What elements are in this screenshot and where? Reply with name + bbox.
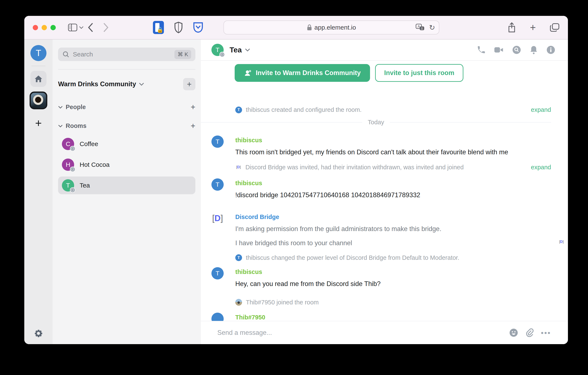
- add-room-plus-button[interactable]: +: [191, 121, 195, 131]
- expand-link[interactable]: expand: [531, 164, 551, 171]
- shield-extension-icon[interactable]: [174, 22, 183, 33]
- room-header-avatar[interactable]: T: [211, 44, 224, 56]
- avatar[interactable]: T: [211, 178, 224, 191]
- room-info-icon[interactable]: [546, 45, 555, 54]
- browser-window: 🔒 app.element.io A文 ↻: [24, 16, 568, 344]
- room-header: T Tea: [201, 40, 568, 61]
- svg-text:A: A: [418, 24, 420, 28]
- public-room-globe-badge: [70, 187, 75, 193]
- event-joined: Thib#7950 joined the room: [235, 299, 551, 306]
- more-options-icon[interactable]: •••: [541, 329, 551, 337]
- avatar[interactable]: T: [211, 135, 224, 148]
- pocket-extension-icon[interactable]: [193, 22, 203, 33]
- room-item-tea[interactable]: T Tea: [58, 176, 195, 194]
- message-input[interactable]: [217, 329, 503, 337]
- reload-icon[interactable]: ↻: [429, 23, 435, 32]
- forward-button[interactable]: [103, 23, 109, 32]
- public-room-globe-badge: [70, 146, 75, 151]
- tls-lock-icon: [307, 24, 312, 31]
- sidebar-dropdown-chevron-icon[interactable]: [79, 26, 84, 29]
- room-item-hot-cocoa[interactable]: H Hot Cocoa: [58, 156, 195, 174]
- avatar[interactable]: T: [211, 267, 224, 279]
- sidebar-toggle-icon[interactable]: [68, 23, 77, 32]
- emoji-icon[interactable]: [509, 328, 518, 337]
- share-icon[interactable]: [507, 22, 516, 33]
- message-text: I'm asking permission from the guild adm…: [235, 224, 551, 234]
- notifications-bell-icon[interactable]: [529, 45, 538, 55]
- add-person-button[interactable]: +: [191, 102, 195, 112]
- minimize-window-button[interactable]: [42, 25, 47, 30]
- public-room-globe-badge: [70, 166, 75, 172]
- read-receipt-discord[interactable]: [D]: [558, 239, 565, 245]
- attachment-icon[interactable]: [525, 328, 534, 337]
- room-item-coffee[interactable]: C Coffee: [58, 135, 195, 153]
- space-panel: T +: [24, 40, 52, 344]
- home-space-button[interactable]: [31, 71, 46, 87]
- room-name: Tea: [80, 182, 90, 189]
- room-title[interactable]: Tea: [230, 46, 242, 54]
- voice-call-icon[interactable]: [477, 45, 486, 54]
- traffic-lights: [33, 25, 56, 30]
- message-group-discord-bridge: [D] Discord Bridge I'm asking permission…: [201, 212, 551, 248]
- settings-gear-icon[interactable]: [34, 329, 43, 338]
- address-bar[interactable]: app.element.io A文 ↻: [223, 21, 439, 34]
- message-group-thib: Thib#7950 12:15 Yes I can read you!: [201, 312, 551, 321]
- tab-overview-icon[interactable]: [550, 23, 559, 32]
- discord-bridge-avatar: [D]: [235, 164, 242, 170]
- sender-name[interactable]: thibiscus: [235, 267, 551, 276]
- back-button[interactable]: [88, 23, 93, 32]
- password-manager-extension-icon[interactable]: 🔒: [153, 21, 164, 34]
- video-call-icon[interactable]: [494, 45, 504, 54]
- community-header[interactable]: Warm Drinks Community +: [58, 78, 195, 90]
- add-room-button[interactable]: +: [183, 78, 195, 90]
- search-bar[interactable]: ⌘ K: [58, 48, 195, 61]
- add-space-button[interactable]: +: [35, 116, 42, 130]
- room-avatar: C: [62, 138, 74, 150]
- room-name: Hot Cocoa: [80, 161, 110, 168]
- home-icon: [34, 74, 43, 83]
- event-bridge-invited: [D] Discord Bridge was invited, had thei…: [235, 164, 551, 171]
- date-divider: Today: [201, 119, 551, 126]
- invite-community-button[interactable]: Invite to Warm Drinks Community: [235, 64, 370, 82]
- public-room-globe-badge: [220, 52, 225, 57]
- section-rooms[interactable]: Rooms +: [58, 121, 195, 131]
- section-people-label: People: [66, 104, 86, 110]
- coffee-community-space-avatar[interactable]: [30, 91, 47, 109]
- svg-text:文: 文: [420, 27, 423, 30]
- sender-name[interactable]: Discord Bridge: [235, 212, 551, 221]
- avatar[interactable]: [211, 313, 224, 321]
- event-power-level: T thibiscus changed the power level of D…: [235, 254, 551, 261]
- discord-bridge-avatar[interactable]: [D]: [211, 212, 224, 224]
- zoom-window-button[interactable]: [51, 25, 56, 30]
- chevron-down-icon: [139, 82, 144, 86]
- message-text: Hey, can you read me from the Discord si…: [235, 279, 551, 289]
- expand-link[interactable]: expand: [531, 106, 551, 113]
- search-input[interactable]: [73, 51, 171, 58]
- user-avatar[interactable]: T: [31, 45, 46, 61]
- sender-name[interactable]: thibiscus: [235, 178, 551, 187]
- room-menu-chevron-icon[interactable]: [245, 48, 250, 52]
- message-group: T thibiscus !discord bridge 104201754771…: [201, 178, 551, 200]
- date-label: Today: [368, 119, 384, 126]
- event-text: Discord Bridge was invited, had their in…: [245, 164, 464, 171]
- message-timeline: Invite to Warm Drinks Community Invite t…: [201, 61, 568, 321]
- message-composer: •••: [201, 321, 568, 344]
- invite-person-icon: [244, 69, 252, 77]
- message-group: T thibiscus This room isn't bridged yet,…: [201, 135, 551, 157]
- invite-room-button[interactable]: Invite to just this room: [375, 64, 463, 82]
- close-window-button[interactable]: [33, 25, 38, 30]
- room-list-panel: ⌘ K Warm Drinks Community + People +: [52, 40, 201, 344]
- section-people[interactable]: People +: [58, 102, 195, 112]
- sender-name[interactable]: thibiscus: [235, 135, 551, 144]
- extension-buttons: 🔒: [153, 21, 203, 34]
- message-text: !discord bridge 1042017547710640168 1042…: [235, 190, 551, 200]
- new-tab-button[interactable]: +: [530, 22, 536, 33]
- translate-icon[interactable]: A文: [416, 24, 425, 31]
- event-text: thibiscus created and configured the roo…: [246, 106, 362, 113]
- room-search-icon[interactable]: [512, 45, 521, 54]
- browser-toolbar: 🔒 app.element.io A文 ↻: [24, 16, 568, 40]
- sender-name[interactable]: Thib#7950: [235, 312, 551, 321]
- room-list-divider: [58, 69, 195, 69]
- avatar: T: [235, 107, 242, 113]
- avatar: [235, 299, 242, 306]
